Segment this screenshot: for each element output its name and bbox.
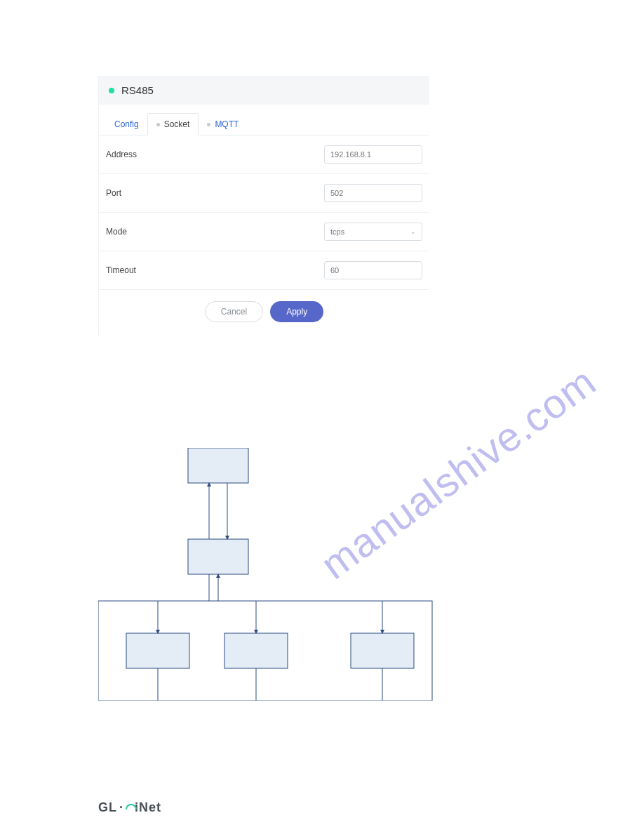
panel-header: RS485 — [99, 76, 429, 105]
logo-left: GL — [98, 800, 117, 815]
chevron-down-icon: ⌄ — [410, 228, 416, 235]
apply-button[interactable]: Apply — [270, 301, 323, 322]
mode-select[interactable]: tcps ⌄ — [324, 223, 422, 241]
logo-right: iNet — [135, 800, 161, 815]
svg-rect-5 — [351, 633, 414, 668]
tab-bar: Config Socket MQTT — [99, 105, 429, 135]
tab-socket-label: Socket — [164, 119, 190, 129]
tab-config[interactable]: Config — [106, 114, 147, 135]
tab-socket[interactable]: Socket — [147, 113, 199, 135]
tab-config-label: Config — [114, 119, 139, 129]
tab-dot-icon — [156, 123, 160, 126]
address-label: Address — [106, 150, 137, 159]
timeout-input[interactable] — [324, 261, 422, 279]
tab-mqtt-label: MQTT — [215, 119, 239, 129]
row-port: Port — [99, 174, 429, 213]
row-address: Address — [99, 135, 429, 174]
tab-mqtt[interactable]: MQTT — [199, 114, 247, 135]
mode-value: tcps — [330, 227, 344, 236]
panel-title: RS485 — [121, 84, 154, 96]
row-timeout: Timeout — [99, 251, 429, 290]
timeout-label: Timeout — [106, 265, 136, 275]
wifi-icon — [126, 804, 134, 812]
mode-label: Mode — [106, 227, 127, 237]
row-mode: Mode tcps ⌄ — [99, 213, 429, 251]
rs485-panel: RS485 Config Socket MQTT Address Port Mo — [98, 76, 429, 335]
status-dot-icon — [109, 88, 114, 93]
cancel-button[interactable]: Cancel — [205, 301, 263, 322]
svg-rect-1 — [188, 448, 248, 483]
brand-logo: GL · iNet — [98, 800, 161, 815]
dot-icon: · — [119, 800, 123, 815]
address-input[interactable] — [324, 145, 422, 164]
tab-dot-icon — [207, 123, 210, 126]
action-row: Cancel Apply — [99, 290, 429, 335]
svg-rect-4 — [224, 633, 288, 668]
svg-rect-2 — [188, 539, 248, 574]
flow-diagram — [98, 448, 435, 701]
port-input[interactable] — [324, 184, 422, 202]
port-label: Port — [106, 188, 121, 198]
svg-rect-3 — [126, 633, 189, 668]
